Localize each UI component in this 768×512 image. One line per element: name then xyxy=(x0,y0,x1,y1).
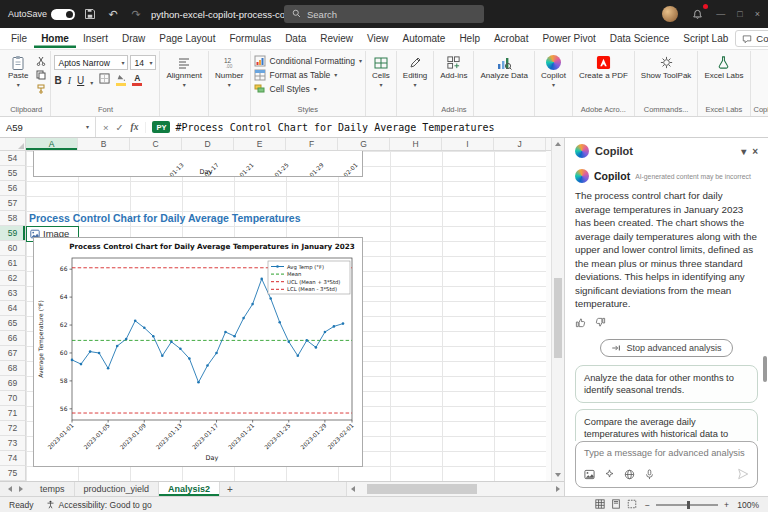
cancel-entry-icon[interactable]: × xyxy=(103,122,109,133)
formula-input[interactable]: #Process Control Chart for Daily Average… xyxy=(175,122,494,133)
row-header-63[interactable]: 63 xyxy=(0,286,26,301)
underline-button[interactable]: U xyxy=(77,75,84,86)
column-header-D[interactable]: D xyxy=(182,138,234,150)
chevron-down-icon[interactable]: ▾ xyxy=(741,146,746,157)
sheet-grid[interactable]: 2023-01-132023-01-172023-01-212023-01-25… xyxy=(26,151,546,481)
comments-button[interactable]: Comments xyxy=(735,30,768,47)
column-header-H[interactable]: H xyxy=(390,138,442,150)
ribbon-tab-data-science[interactable]: Data Science xyxy=(603,29,676,48)
image-attach-icon[interactable] xyxy=(584,469,595,482)
font-color-button[interactable]: A xyxy=(132,74,142,87)
accessibility-status[interactable]: Accessibility: Good to go xyxy=(46,500,152,510)
thumbs-down-icon[interactable] xyxy=(595,317,606,330)
row-header-56[interactable]: 56 xyxy=(0,181,26,196)
analyze-data-button[interactable]: Analyze Data xyxy=(477,51,531,81)
column-header-I[interactable]: I xyxy=(442,138,494,150)
row-header-59[interactable]: 59 xyxy=(0,226,26,241)
row-header-70[interactable]: 70 xyxy=(0,391,26,406)
row-header-57[interactable]: 57 xyxy=(0,196,26,211)
copilot-suggestion-card[interactable]: Analyze the data for other months to ide… xyxy=(575,365,758,403)
send-icon[interactable] xyxy=(737,468,749,482)
name-box[interactable]: A59 ▾ xyxy=(0,117,96,137)
row-header-65[interactable]: 65 xyxy=(0,316,26,331)
italic-button[interactable]: I xyxy=(68,75,71,86)
insert-function-icon[interactable]: fx xyxy=(131,122,139,132)
page-layout-view-icon[interactable] xyxy=(611,499,621,511)
addins-button[interactable]: Add-ins xyxy=(437,51,470,81)
autosave-toggle[interactable]: AutoSave xyxy=(8,9,75,20)
ribbon-tab-view[interactable]: View xyxy=(360,29,396,48)
row-header-67[interactable]: 67 xyxy=(0,346,26,361)
redo-icon[interactable]: ↷ xyxy=(128,6,144,22)
microphone-icon[interactable] xyxy=(644,469,655,482)
ribbon-tab-insert[interactable]: Insert xyxy=(76,29,115,48)
window-close-button[interactable]: × xyxy=(755,9,760,19)
number-button[interactable]: 12.00 Number ▾ xyxy=(212,51,246,88)
copilot-button[interactable]: Copilot ▾ xyxy=(538,51,569,88)
ribbon-tab-home[interactable]: Home xyxy=(34,29,76,48)
row-header-66[interactable]: 66 xyxy=(0,331,26,346)
copilot-finance-button[interactable]: Copilot for Finance (Preview) xyxy=(763,51,768,99)
cut-button[interactable] xyxy=(34,55,47,66)
window-minimize-button[interactable]: — xyxy=(716,9,725,19)
row-header-60[interactable]: 60 xyxy=(0,241,26,256)
format-as-table-button[interactable]: Format as Table ▾ xyxy=(254,69,363,81)
zoom-out-icon[interactable]: − xyxy=(645,500,650,510)
ribbon-tab-automate[interactable]: Automate xyxy=(396,29,453,48)
ribbon-tab-review[interactable]: Review xyxy=(313,29,360,48)
cell-styles-button[interactable]: Cell Styles ▾ xyxy=(254,83,363,95)
window-maximize-button[interactable]: □ xyxy=(737,9,742,19)
ribbon-tab-data[interactable]: Data xyxy=(278,29,313,48)
row-header-58[interactable]: 58 xyxy=(0,211,26,226)
column-header-A[interactable]: A xyxy=(26,138,78,150)
column-header-E[interactable]: E xyxy=(234,138,286,150)
copilot-suggestion-card[interactable]: Compare the average daily temperatures w… xyxy=(575,409,758,441)
excel-labs-button[interactable]: Excel Labs xyxy=(701,51,746,81)
page-break-view-icon[interactable] xyxy=(627,499,637,511)
zoom-level[interactable]: 100% xyxy=(735,500,759,510)
font-size-select[interactable]: 14▾ xyxy=(130,55,156,70)
sheet-tab-production_yield[interactable]: production_yield xyxy=(75,482,160,496)
copilot-message-input[interactable]: Type a message for advanced analysis xyxy=(575,441,758,488)
notifications-icon[interactable] xyxy=(689,6,705,22)
cells-button[interactable]: Cells ▾ xyxy=(369,51,393,88)
zoom-in-icon[interactable]: + xyxy=(724,500,729,510)
fill-color-button[interactable] xyxy=(116,74,126,86)
panel-scroll-thumb[interactable] xyxy=(763,356,767,382)
row-header-55[interactable]: 55 xyxy=(0,166,26,181)
thumbs-up-icon[interactable] xyxy=(575,317,586,330)
row-header-69[interactable]: 69 xyxy=(0,376,26,391)
row-header-64[interactable]: 64 xyxy=(0,301,26,316)
select-all-corner[interactable] xyxy=(0,138,26,150)
vertical-scrollbar[interactable] xyxy=(551,138,564,481)
column-header-B[interactable]: B xyxy=(78,138,130,150)
row-header-75[interactable]: 75 xyxy=(0,466,26,481)
prompt-sparkle-icon[interactable] xyxy=(604,469,615,482)
borders-button[interactable] xyxy=(99,73,110,86)
bold-button[interactable]: B xyxy=(54,75,61,86)
search-input[interactable]: Search xyxy=(284,5,484,23)
row-header-73[interactable]: 73 xyxy=(0,436,26,451)
ribbon-tab-script-lab[interactable]: Script Lab xyxy=(676,29,735,48)
alignment-button[interactable]: Alignment ▾ xyxy=(163,51,205,88)
font-name-select[interactable]: Aptos Narrow▾ xyxy=(54,55,128,70)
format-painter-button[interactable] xyxy=(34,83,47,94)
zoom-slider[interactable] xyxy=(656,504,718,506)
save-icon[interactable] xyxy=(82,6,98,22)
stop-advanced-analysis-button[interactable]: Stop advanced analysis xyxy=(600,339,732,357)
column-header-C[interactable]: C xyxy=(130,138,182,150)
ribbon-tab-help[interactable]: Help xyxy=(452,29,487,48)
row-header-74[interactable]: 74 xyxy=(0,451,26,466)
embedded-chart-control[interactable]: Process Control Chart for Daily Average … xyxy=(33,237,363,467)
row-header-68[interactable]: 68 xyxy=(0,361,26,376)
ribbon-tab-draw[interactable]: Draw xyxy=(115,29,152,48)
row-header-71[interactable]: 71 xyxy=(0,406,26,421)
add-sheet-button[interactable]: + xyxy=(220,482,240,496)
sheet-tab-temps[interactable]: temps xyxy=(31,482,75,496)
ribbon-tab-acrobat[interactable]: Acrobat xyxy=(487,29,535,48)
undo-icon[interactable]: ↶ xyxy=(105,6,121,22)
embedded-chart-partial[interactable]: 2023-01-132023-01-172023-01-212023-01-25… xyxy=(33,151,363,177)
horizontal-scrollbar[interactable] xyxy=(346,482,564,496)
column-header-J[interactable]: J xyxy=(494,138,546,150)
normal-view-icon[interactable] xyxy=(595,499,605,511)
